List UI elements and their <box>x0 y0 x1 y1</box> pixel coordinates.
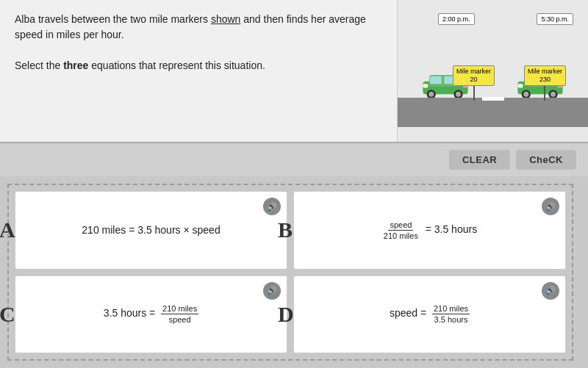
option-letter-c: C <box>0 302 15 327</box>
fraction-d: 210 miles 3.5 hours <box>432 304 470 324</box>
button-bar: CLEAR CheCK <box>0 143 588 176</box>
marker-left: Mile marker 20 <box>453 65 495 101</box>
svg-rect-18 <box>517 84 523 87</box>
instruction-bold: three <box>63 59 88 71</box>
speaker-button-c[interactable] <box>263 282 281 300</box>
option-letter-a: A <box>0 217 15 242</box>
marker-left-sign: Mile marker 20 <box>453 65 495 86</box>
marker-right-sign: Mile marker 230 <box>524 65 566 86</box>
road-scene: Mile marker 20 Mile marker 230 <box>398 0 588 142</box>
instruction-post: equations that represent this situation. <box>88 59 265 71</box>
svg-point-3 <box>429 92 434 97</box>
equation-d: speed = 210 miles 3.5 hours <box>390 304 470 324</box>
speaker-button-a[interactable] <box>263 198 281 215</box>
instruction-pre: Select the <box>15 59 63 71</box>
option-letter-d: D <box>278 302 294 327</box>
check-button[interactable]: CheCK <box>516 150 576 170</box>
problem-statement: Alba travels between the two mile marker… <box>15 12 382 43</box>
fraction-b: speed 210 miles <box>382 220 420 240</box>
options-area: A 210 miles = 3.5 hours × speed B speed … <box>0 176 588 368</box>
equation-b: speed 210 miles = 3.5 hours <box>382 220 477 240</box>
illustration-panel: 2:00 p.m. 5:30 p.m. <box>397 0 588 142</box>
option-card-d[interactable]: D speed = 210 miles 3.5 hours <box>293 275 566 354</box>
option-card-a[interactable]: A 210 miles = 3.5 hours × speed <box>15 191 287 270</box>
speaker-button-d[interactable] <box>542 282 559 300</box>
option-card-b[interactable]: B speed 210 miles = 3.5 hours <box>293 191 566 270</box>
speaker-button-b[interactable] <box>542 198 559 215</box>
fraction-c: 210 miles speed <box>161 304 198 324</box>
option-card-c[interactable]: C 3.5 hours = 210 miles speed <box>15 275 287 354</box>
marker-right-post <box>544 86 545 101</box>
equation-a: 210 miles = 3.5 hours × speed <box>82 224 220 236</box>
marker-right: Mile marker 230 <box>524 65 566 101</box>
shown-link[interactable]: shown <box>211 13 240 25</box>
instruction: Select the three equations that represen… <box>15 58 382 73</box>
road <box>398 98 588 127</box>
svg-rect-6 <box>430 76 442 84</box>
option-letter-b: B <box>278 217 293 242</box>
options-grid: A 210 miles = 3.5 hours × speed B speed … <box>7 184 573 361</box>
top-section: Alba travels between the two mile marker… <box>0 0 588 143</box>
problem-text-1: Alba travels between the two mile marker… <box>15 13 208 25</box>
svg-rect-8 <box>423 84 428 87</box>
clear-button[interactable]: CLEAR <box>449 150 510 170</box>
equation-c: 3.5 hours = 210 miles speed <box>104 304 198 324</box>
marker-left-post <box>473 86 475 101</box>
text-panel: Alba travels between the two mile marker… <box>0 0 397 142</box>
